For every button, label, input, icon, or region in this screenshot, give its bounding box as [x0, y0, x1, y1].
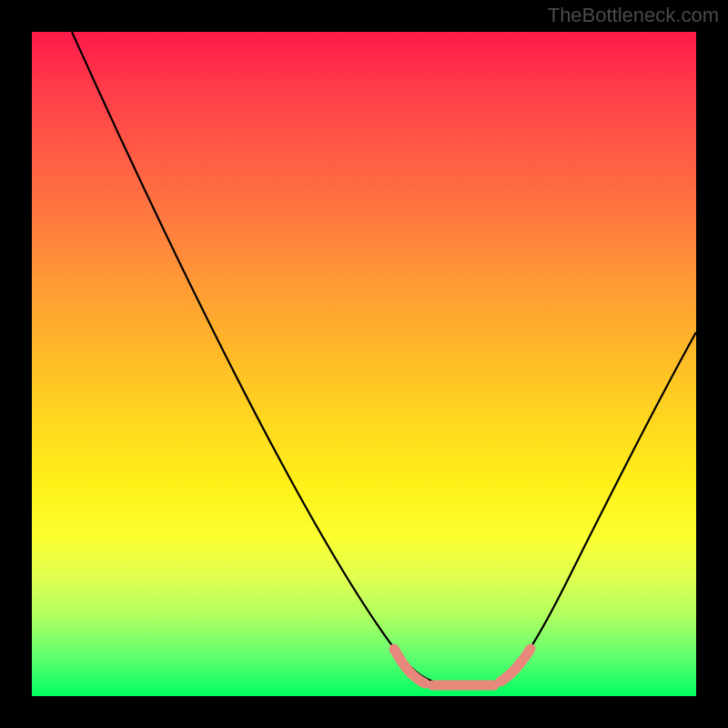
- chart-curve-layer: [32, 32, 696, 696]
- attribution-text: TheBottleneck.com: [548, 4, 719, 27]
- highlight-right-segment: [500, 649, 531, 682]
- highlight-left-segment: [394, 649, 425, 683]
- bottleneck-curve: [72, 32, 696, 684]
